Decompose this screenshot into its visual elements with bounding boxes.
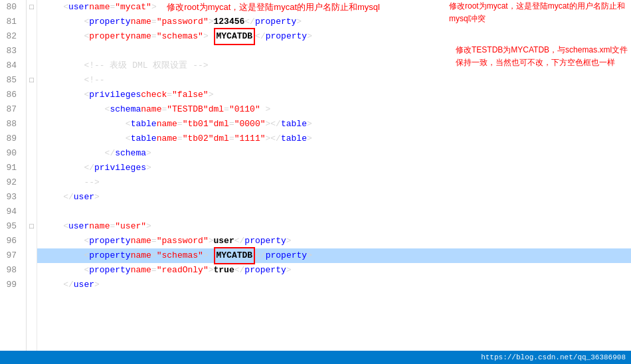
line-number: 86 — [5, 88, 21, 102]
code-line: </user> — [37, 278, 631, 292]
line-number: 97 — [5, 248, 21, 263]
fold-gutter: □□□ — [27, 0, 37, 351]
fold-indicator — [27, 88, 37, 102]
code-line: <property name="schemas"> MYCATDB</prope… — [37, 29, 631, 44]
code-line: <table name="tb01" dml="0000"></table> — [37, 117, 631, 132]
line-number: 85 — [5, 73, 21, 88]
code-line — [37, 205, 631, 219]
line-number: 90 — [5, 146, 21, 161]
fold-indicator — [27, 102, 37, 117]
code-lines: 修改root为mycat，这是登陆mycat的用户名防止和mysql冲突 修改T… — [37, 0, 631, 351]
fold-indicator — [27, 205, 37, 219]
line-number: 84 — [5, 58, 21, 73]
fold-indicator — [27, 132, 37, 146]
fold-indicator — [27, 15, 37, 29]
fold-indicator — [27, 29, 37, 44]
code-editor: 8081828384858687888990919293949596979899… — [0, 0, 631, 364]
annotation-2: 修改TESTDB为MYCATDB，与schemas.xml文件保持一致，当然也可… — [456, 44, 628, 69]
line-number: 94 — [5, 205, 21, 219]
code-line: <table name="tb02" dml="1111"></table> — [37, 132, 631, 146]
line-number: 93 — [5, 190, 21, 205]
line-number: 82 — [5, 29, 21, 44]
status-url: https://blog.csdn.net/qq_36386908 — [481, 353, 626, 361]
status-bar: https://blog.csdn.net/qq_36386908 — [0, 351, 631, 364]
fold-indicator — [27, 58, 37, 73]
code-line: </user> — [37, 190, 631, 205]
code-line: <property name="schemas"> MYCATDB</prope… — [37, 248, 631, 263]
fold-indicator — [27, 234, 37, 248]
code-line: <property name="password">user</property… — [37, 234, 631, 248]
line-number: 95 — [5, 219, 21, 234]
fold-indicator — [27, 263, 37, 278]
code-line: </privileges> — [37, 161, 631, 175]
line-number: 91 — [5, 161, 21, 175]
code-line: <user name="user"> — [37, 219, 631, 234]
fold-indicator[interactable]: □ — [27, 73, 37, 88]
line-numbers: 8081828384858687888990919293949596979899 — [0, 0, 27, 351]
code-line: --> — [37, 175, 631, 190]
line-number: 92 — [5, 175, 21, 190]
code-line: <property name="readOnly">true</property… — [37, 263, 631, 278]
fold-indicator — [27, 190, 37, 205]
fold-indicator — [27, 248, 37, 263]
code-line: <privileges check="false"> — [37, 88, 631, 102]
line-number: 88 — [5, 117, 21, 132]
line-number: 80 — [5, 0, 21, 15]
line-number: 83 — [5, 44, 21, 58]
fold-indicator[interactable]: □ — [27, 219, 37, 234]
code-line: <!-- — [37, 73, 631, 88]
line-number: 98 — [5, 263, 21, 278]
line-number: 99 — [5, 278, 21, 292]
code-area: 8081828384858687888990919293949596979899… — [0, 0, 631, 351]
fold-indicator — [27, 117, 37, 132]
line-number: 96 — [5, 234, 21, 248]
fold-indicator — [27, 161, 37, 175]
fold-indicator[interactable]: □ — [27, 0, 37, 15]
line-number: 81 — [5, 15, 21, 29]
line-number: 89 — [5, 132, 21, 146]
fold-indicator — [27, 175, 37, 190]
line-number: 87 — [5, 102, 21, 117]
fold-indicator — [27, 278, 37, 292]
fold-indicator — [27, 146, 37, 161]
code-line: <schema name="TESTDB" dml="0110" > — [37, 102, 631, 117]
fold-indicator — [27, 44, 37, 58]
code-line: </schema> — [37, 146, 631, 161]
annotation-1: 修改root为mycat，这是登陆mycat的用户名防止和mysql冲突 — [449, 0, 628, 25]
